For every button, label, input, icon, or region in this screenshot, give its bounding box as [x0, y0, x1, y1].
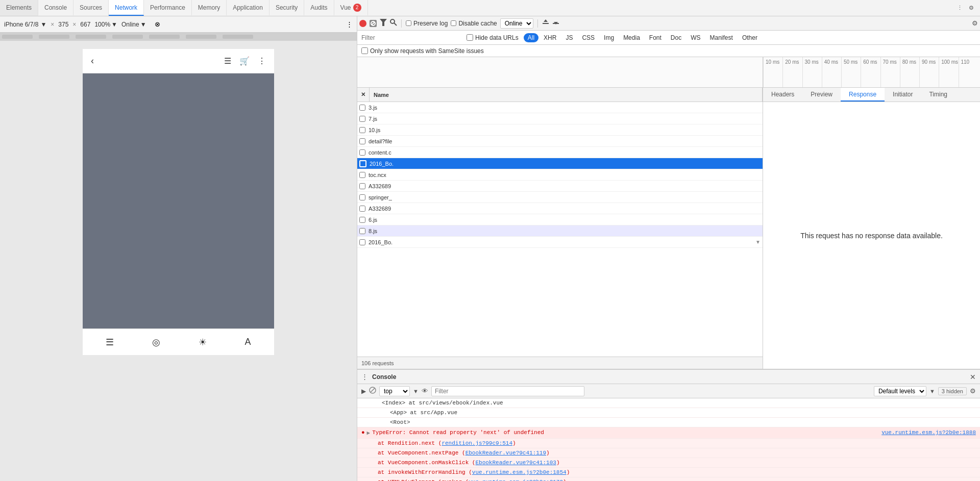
filter-css[interactable]: CSS — [578, 33, 599, 42]
filter-doc[interactable]: Doc — [667, 33, 685, 42]
tab-timing[interactable]: Timing — [921, 88, 955, 102]
filter-ws[interactable]: WS — [687, 33, 704, 42]
preserve-log-checkbox[interactable] — [406, 20, 411, 26]
item-checkbox[interactable] — [359, 217, 365, 223]
record-button[interactable] — [359, 20, 366, 27]
ebook-reader-link1[interactable]: EbookReader.vue?9c41:119 — [465, 450, 546, 456]
filter-all[interactable]: All — [524, 33, 538, 42]
list-item-selected[interactable]: 2016_Bo. — [357, 158, 763, 169]
filter-js[interactable]: JS — [561, 33, 577, 42]
bottom-brightness-icon[interactable]: ☀ — [199, 337, 207, 348]
filter-xhr[interactable]: XHR — [540, 33, 560, 42]
close-column[interactable]: ✕ — [357, 88, 370, 102]
tab-vue[interactable]: Vue 2 — [334, 0, 368, 16]
device-options-icon[interactable]: ⊗ — [155, 20, 160, 28]
console-eye-button[interactable]: 👁 — [422, 387, 428, 395]
tab-memory[interactable]: Memory — [192, 0, 227, 16]
list-item[interactable]: toc.ncx — [357, 169, 763, 181]
more-tabs-icon[interactable]: ⋮ — [955, 4, 965, 12]
console-level-select[interactable]: Default levels — [874, 386, 926, 396]
device-name-select[interactable]: iPhone 6/7/8 ▼ — [4, 21, 46, 28]
console-context-select[interactable]: top — [379, 386, 410, 396]
nav-menu-icon[interactable]: ☰ — [224, 56, 231, 66]
item-checkbox[interactable] — [359, 183, 365, 189]
list-item[interactable]: content.c — [357, 147, 763, 158]
item-checkbox[interactable] — [359, 116, 365, 122]
tab-network[interactable]: Network — [109, 0, 144, 16]
tab-console[interactable]: Console — [38, 0, 74, 16]
disable-cache-label[interactable]: Disable cache — [451, 20, 497, 27]
item-checkbox[interactable] — [359, 105, 365, 111]
samesite-checkbox[interactable] — [361, 47, 368, 54]
item-checkbox[interactable] — [359, 239, 365, 245]
item-checkbox[interactable] — [359, 149, 365, 156]
expand-arrow[interactable]: ▶ — [367, 429, 371, 436]
list-item[interactable]: 3.js — [357, 102, 763, 113]
import-har-button[interactable] — [542, 19, 549, 28]
filter-manifest[interactable]: Manifest — [706, 33, 737, 42]
device-network-select[interactable]: Online ▼ — [121, 21, 146, 28]
export-har-button[interactable] — [552, 19, 559, 28]
error-link[interactable]: vue.runtime.esm.js?2b0e:1888 — [881, 429, 976, 436]
filter-img[interactable]: Img — [600, 33, 618, 42]
console-toggle-button[interactable]: ▶ — [361, 388, 366, 395]
back-button[interactable]: ‹ — [91, 56, 94, 66]
item-checkbox[interactable] — [359, 127, 365, 133]
item-checkbox[interactable] — [359, 138, 365, 144]
tab-performance[interactable]: Performance — [144, 0, 192, 16]
list-item[interactable]: 8.js — [357, 225, 763, 237]
rendition-link[interactable]: rendition.js?99c9:514 — [442, 440, 512, 446]
network-settings-button[interactable]: ⚙ — [972, 19, 978, 27]
throttling-select[interactable]: Online — [500, 18, 533, 29]
tab-response[interactable]: Response — [841, 88, 885, 102]
list-item[interactable]: springer_ — [357, 192, 763, 203]
list-item[interactable]: 7.js — [357, 113, 763, 124]
item-checkbox[interactable] — [359, 228, 365, 234]
bottom-font-icon[interactable]: A — [245, 337, 251, 347]
filter-other[interactable]: Other — [738, 33, 762, 42]
list-item[interactable]: detail?file — [357, 136, 763, 147]
samesite-label[interactable]: Only show requests with SameSite issues — [361, 47, 484, 55]
filter-font[interactable]: Font — [645, 33, 666, 42]
filter-input[interactable] — [361, 34, 463, 41]
settings-icon[interactable]: ⚙ — [967, 4, 976, 12]
preserve-log-label[interactable]: Preserve log — [406, 20, 448, 27]
tab-sources[interactable]: Sources — [74, 0, 109, 16]
disable-cache-checkbox[interactable] — [451, 20, 456, 26]
tab-headers[interactable]: Headers — [763, 88, 802, 102]
tab-security[interactable]: Security — [270, 0, 304, 16]
tab-elements[interactable]: Elements — [0, 0, 38, 16]
stop-button[interactable] — [370, 20, 377, 27]
filter-media[interactable]: Media — [619, 33, 644, 42]
console-settings-button[interactable]: ⚙ — [970, 387, 976, 395]
list-item[interactable]: A332689 — [357, 203, 763, 214]
device-zoom-select[interactable]: 100% ▼ — [94, 21, 117, 28]
console-close-button[interactable]: ✕ — [970, 373, 976, 381]
list-item[interactable]: 2016_Bo. ▼ — [357, 237, 763, 248]
console-clear-button[interactable] — [369, 387, 376, 395]
vue-runtime-link2[interactable]: vue.runtime.esm.js?2b0e:2179 — [469, 479, 563, 481]
list-item[interactable]: 6.js — [357, 214, 763, 225]
tab-application[interactable]: Application — [227, 0, 270, 16]
console-menu-icon[interactable]: ⋮ — [361, 373, 368, 381]
tab-preview[interactable]: Preview — [802, 88, 841, 102]
search-button[interactable] — [390, 19, 397, 28]
bottom-menu-icon[interactable]: ☰ — [106, 337, 114, 348]
console-dropdown-icon[interactable]: ▼ — [413, 388, 419, 394]
nav-more-icon[interactable]: ⋮ — [258, 56, 266, 66]
hide-data-urls-checkbox[interactable] — [467, 34, 473, 41]
hide-data-urls-label[interactable]: Hide data URLs — [467, 34, 519, 41]
item-checkbox[interactable] — [359, 206, 365, 212]
console-filter-input[interactable] — [431, 386, 584, 396]
tab-initiator[interactable]: Initiator — [885, 88, 921, 102]
vue-runtime-link1[interactable]: vue.runtime.esm.js?2b0e:1854 — [472, 469, 567, 475]
item-checkbox[interactable] — [359, 172, 365, 178]
tab-audits[interactable]: Audits — [304, 0, 334, 16]
ebook-reader-link2[interactable]: EbookReader.vue?9c41:103 — [475, 460, 556, 466]
nav-cart-icon[interactable]: 🛒 — [239, 56, 250, 66]
list-item[interactable]: 10.js — [357, 124, 763, 136]
filter-button[interactable] — [380, 19, 387, 28]
list-item[interactable]: A332689 — [357, 181, 763, 192]
device-more-icon[interactable]: ⋮ — [346, 20, 353, 28]
bottom-home-icon[interactable]: ◎ — [152, 337, 160, 348]
